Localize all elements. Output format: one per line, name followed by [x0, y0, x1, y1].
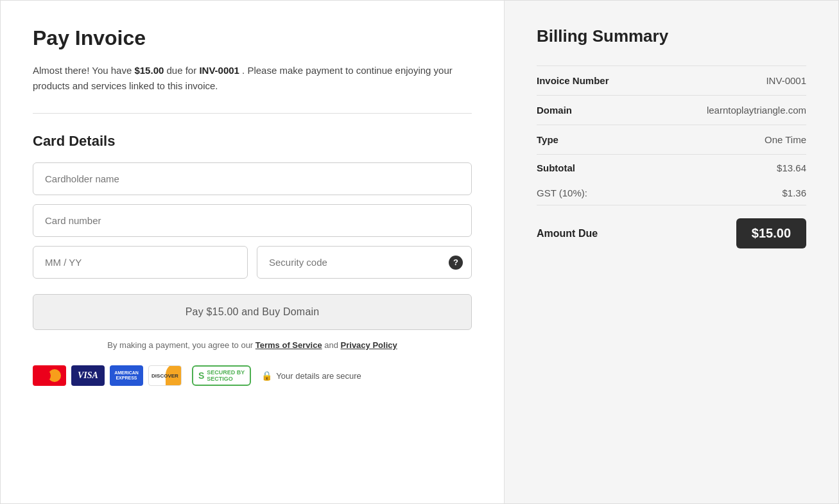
card-number-input[interactable]: [33, 204, 472, 237]
description-mid: due for: [167, 65, 200, 76]
gst-row: GST (10%): $1.36: [537, 181, 806, 205]
subtotal-value: $13.64: [777, 162, 806, 173]
subtotal-label: Subtotal: [537, 162, 575, 173]
secure-badge: 🔒 Your details are secure: [261, 370, 361, 381]
description: Almost there! You have $15.00 due for IN…: [33, 63, 472, 94]
sectigo-text: SECURED BY SECTIGO: [207, 369, 245, 382]
sectigo-s-icon: S: [198, 370, 204, 381]
sectigo-badge: S SECURED BY SECTIGO: [192, 365, 251, 386]
security-code-input[interactable]: [257, 246, 472, 279]
privacy-policy-link[interactable]: Privacy Policy: [341, 340, 397, 350]
pay-button[interactable]: Pay $15.00 and Buy Domain: [33, 294, 472, 330]
divider: [33, 113, 472, 114]
terms-pre: By making a payment, you agree to our: [107, 340, 255, 350]
cardholder-name-input[interactable]: [33, 162, 472, 195]
amount-inline: $15.00: [134, 65, 164, 76]
invoice-number-label: Invoice Number: [537, 75, 609, 86]
billing-title: Billing Summary: [537, 26, 806, 46]
billing-row-domain: Domain learntoplaytriangle.com: [537, 96, 806, 125]
domain-label: Domain: [537, 105, 572, 116]
card-number-field-group: [33, 204, 472, 237]
lock-icon: 🔒: [261, 370, 272, 381]
security-wrapper: ?: [257, 246, 472, 279]
security-help-icon[interactable]: ?: [449, 256, 463, 270]
type-label: Type: [537, 134, 558, 145]
amount-due-row: Amount Due $15.00: [537, 205, 806, 261]
card-logos: VISA AMERICANEXPRESS DISCOVER: [33, 365, 182, 386]
billing-row-invoice: Invoice Number INV-0001: [537, 65, 806, 96]
right-panel: Billing Summary Invoice Number INV-0001 …: [505, 1, 838, 503]
amex-logo: AMERICANEXPRESS: [110, 365, 143, 386]
expiry-field-group: [33, 246, 248, 279]
billing-row-type: Type One Time: [537, 125, 806, 155]
description-pre: Almost there! You have: [33, 65, 134, 76]
sectigo-line1: SECURED BY: [207, 369, 245, 376]
page-container: Pay Invoice Almost there! You have $15.0…: [0, 0, 839, 504]
terms-text: By making a payment, you agree to our Te…: [33, 340, 472, 350]
terms-mid: and: [324, 340, 340, 350]
left-panel: Pay Invoice Almost there! You have $15.0…: [1, 1, 505, 503]
mastercard-logo: [33, 365, 66, 386]
invoice-inline: INV-0001: [199, 65, 239, 76]
type-value: One Time: [765, 134, 806, 145]
discover-logo: DISCOVER: [148, 365, 182, 386]
security-field-group: ?: [257, 246, 472, 279]
footer-row: VISA AMERICANEXPRESS DISCOVER S SECURED …: [33, 365, 472, 386]
invoice-number-value: INV-0001: [766, 75, 806, 86]
gst-value: $1.36: [782, 187, 806, 198]
secure-text: Your details are secure: [276, 371, 361, 381]
sectigo-line2: SECTIGO: [207, 376, 245, 382]
expiry-security-row: ?: [33, 246, 472, 279]
gst-label: GST (10%):: [537, 187, 587, 198]
cardholder-field-group: [33, 162, 472, 195]
subtotal-row: Subtotal $13.64: [537, 155, 806, 181]
domain-value: learntoplaytriangle.com: [707, 105, 806, 116]
expiry-input[interactable]: [33, 246, 248, 279]
amount-due-label: Amount Due: [537, 228, 598, 239]
amount-due-badge: $15.00: [736, 218, 806, 248]
terms-of-service-link[interactable]: Terms of Service: [255, 340, 322, 350]
card-details-title: Card Details: [33, 133, 472, 150]
visa-logo: VISA: [71, 365, 105, 386]
page-title: Pay Invoice: [33, 26, 472, 50]
